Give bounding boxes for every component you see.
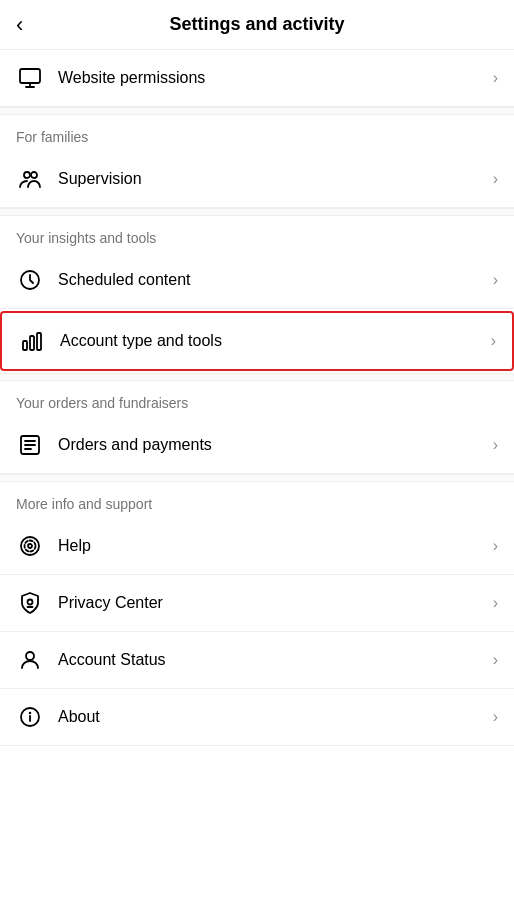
menu-item-account-status[interactable]: Account Status›: [0, 632, 514, 689]
svg-point-16: [28, 600, 33, 605]
section-divider: [0, 474, 514, 482]
chevron-right-icon: ›: [491, 332, 496, 350]
section-divider: [0, 208, 514, 216]
chevron-right-icon: ›: [493, 651, 498, 669]
header: ‹ Settings and activity: [0, 0, 514, 50]
menu-item-account-type-tools[interactable]: Account type and tools›: [0, 311, 514, 371]
svg-point-3: [24, 172, 30, 178]
svg-rect-0: [20, 69, 40, 83]
svg-point-14: [25, 541, 36, 552]
section-label-insights-tools: Your insights and tools: [0, 216, 514, 252]
clock-icon: [16, 266, 44, 294]
help-icon: [16, 532, 44, 560]
menu-item-label-about: About: [58, 708, 493, 726]
page-title: Settings and activity: [169, 14, 344, 35]
menu-item-label-orders-payments: Orders and payments: [58, 436, 493, 454]
info-icon: [16, 703, 44, 731]
chevron-right-icon: ›: [493, 436, 498, 454]
chevron-right-icon: ›: [493, 170, 498, 188]
menu-item-label-help: Help: [58, 537, 493, 555]
svg-rect-6: [23, 341, 27, 350]
menu-item-website-permissions[interactable]: Website permissions›: [0, 50, 514, 107]
menu-item-orders-payments[interactable]: Orders and payments›: [0, 417, 514, 474]
section-label-orders-fundraisers: Your orders and fundraisers: [0, 381, 514, 417]
menu-item-label-privacy-center: Privacy Center: [58, 594, 493, 612]
menu-item-label-account-type-tools: Account type and tools: [60, 332, 491, 350]
svg-point-15: [28, 544, 32, 548]
chevron-right-icon: ›: [493, 69, 498, 87]
chevron-right-icon: ›: [493, 271, 498, 289]
section-label-for-families: For families: [0, 115, 514, 151]
supervision-icon: [16, 165, 44, 193]
section-label-more-info: More info and support: [0, 482, 514, 518]
svg-rect-7: [30, 336, 34, 350]
menu-item-label-supervision: Supervision: [58, 170, 493, 188]
menu-item-about[interactable]: About›: [0, 689, 514, 746]
bar-chart-icon: [18, 327, 46, 355]
svg-point-4: [31, 172, 37, 178]
privacy-icon: [16, 589, 44, 617]
menu-item-scheduled-content[interactable]: Scheduled content›: [0, 252, 514, 309]
monitor-icon: [16, 64, 44, 92]
chevron-right-icon: ›: [493, 594, 498, 612]
svg-point-17: [26, 652, 34, 660]
orders-icon: [16, 431, 44, 459]
menu-item-privacy-center[interactable]: Privacy Center›: [0, 575, 514, 632]
menu-item-label-scheduled-content: Scheduled content: [58, 271, 493, 289]
menu-item-help[interactable]: Help›: [0, 518, 514, 575]
menu-item-label-website-permissions: Website permissions: [58, 69, 493, 87]
section-divider: [0, 373, 514, 381]
settings-list: Website permissions›For familiesSupervis…: [0, 50, 514, 746]
chevron-right-icon: ›: [493, 708, 498, 726]
menu-item-supervision[interactable]: Supervision›: [0, 151, 514, 208]
back-button[interactable]: ‹: [16, 12, 23, 38]
menu-item-label-account-status: Account Status: [58, 651, 493, 669]
svg-rect-8: [37, 333, 41, 350]
section-divider: [0, 107, 514, 115]
chevron-right-icon: ›: [493, 537, 498, 555]
person-icon: [16, 646, 44, 674]
